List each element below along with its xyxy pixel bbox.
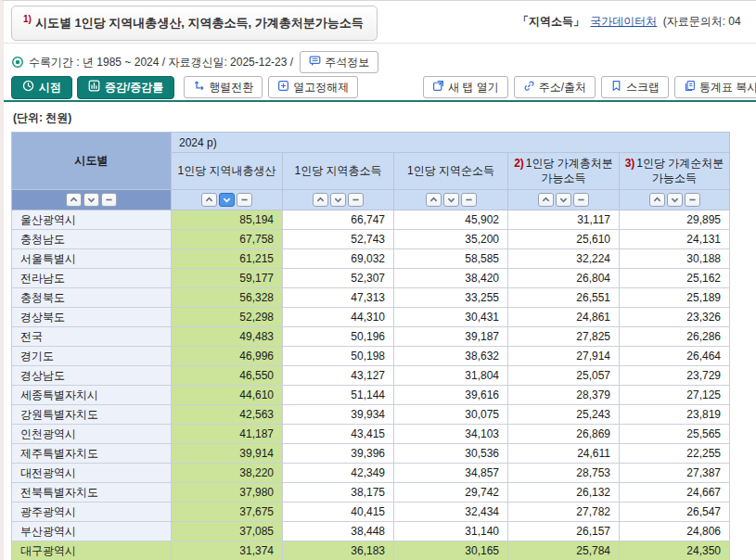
sort-desc-button[interactable] [83, 193, 99, 207]
region-cell: 세종특별자치시 [12, 386, 172, 405]
region-cell: 경상남도 [12, 366, 172, 386]
value-cell: 38,448 [283, 522, 394, 541]
value-cell: 41,187 [172, 425, 283, 444]
value-cell: 29,742 [394, 483, 508, 503]
source-contact: (자료문의처: 04 [663, 15, 741, 28]
copy-icon [684, 80, 696, 95]
column-header-0: 1인당 지역내총생산 [172, 153, 283, 190]
sort-asc-button[interactable] [426, 193, 442, 207]
region-cell: 대전광역시 [12, 464, 172, 483]
value-cell: 35,200 [394, 230, 508, 249]
page-title: 1)시도별 1인당 지역내총생산, 지역총소득, 가계총처분가능소득 [11, 6, 378, 41]
clock-icon [22, 80, 34, 95]
value-cell: 56,328 [172, 288, 283, 308]
sort-clear-button[interactable] [348, 193, 364, 207]
sort-clear-button[interactable] [101, 193, 117, 207]
table-row: 서울특별시61,21569,03258,58532,22430,188 [12, 249, 730, 269]
sort-desc-button[interactable] [556, 193, 571, 207]
copy-table-button[interactable]: 통계표 복사/공 [674, 76, 756, 98]
value-cell: 45,902 [394, 210, 508, 230]
value-cell: 25,565 [620, 425, 730, 444]
value-cell: 23,729 [620, 366, 730, 386]
sort-asc-button[interactable] [66, 193, 82, 207]
sort-cell [12, 190, 172, 210]
sort-desc-button[interactable] [667, 193, 683, 207]
new-tab-button[interactable]: 새 탭 열기 [423, 76, 508, 98]
value-cell: 31,374 [172, 541, 283, 560]
table-row: 전국49,48350,19639,18727,82526,286 [12, 327, 730, 347]
value-cell: 32,434 [394, 503, 508, 522]
table-row: 대구광역시31,37436,18330,16525,78424,350 [12, 541, 730, 560]
region-cell: 제주특별자치도 [12, 444, 172, 464]
value-cell: 26,464 [620, 347, 730, 366]
sort-asc-button[interactable] [649, 193, 665, 207]
info-bar: 수록기간 : 년 1985 ~ 2024 / 자료갱신일: 2025-12-23… [11, 50, 378, 74]
region-cell: 충청남도 [12, 230, 172, 249]
table-row: 인천광역시41,18743,41534,10326,86925,565 [12, 425, 730, 444]
unfreeze-columns-button[interactable]: 열고정해제 [268, 76, 358, 98]
value-cell: 26,869 [508, 425, 620, 444]
value-cell: 37,980 [172, 483, 283, 503]
sort-asc-button[interactable] [201, 193, 217, 207]
value-cell: 38,632 [394, 347, 508, 366]
value-cell: 28,753 [508, 464, 620, 483]
value-cell: 43,415 [283, 425, 394, 444]
sort-asc-button[interactable] [313, 193, 328, 207]
toolbar-right: 새 탭 열기 주소/출처 스크랩 통계표 복사/공 [423, 75, 756, 99]
delta-rate-button[interactable]: 증감/증감률 [77, 76, 174, 99]
value-cell: 31,804 [394, 366, 508, 386]
value-cell: 37,675 [172, 503, 283, 522]
value-cell: 44,610 [172, 386, 283, 405]
table-row: 전북특별자치도37,98038,17529,74226,13224,667 [12, 483, 730, 503]
table-row: 전라남도59,17752,30738,42026,80425,162 [12, 269, 730, 288]
value-cell: 27,387 [620, 464, 730, 483]
value-cell: 30,431 [394, 308, 508, 327]
sort-desc-button[interactable] [330, 193, 346, 207]
table-row: 대전광역시38,22042,34934,85728,75327,387 [12, 464, 730, 483]
value-cell: 26,551 [508, 288, 620, 308]
annotation-info-button[interactable]: 주석정보 [300, 51, 378, 73]
value-cell: 42,349 [283, 464, 394, 483]
value-cell: 39,616 [394, 386, 508, 405]
value-cell: 26,132 [508, 483, 620, 503]
address-source-button[interactable]: 주소/출처 [514, 76, 596, 98]
region-cell: 충청북도 [12, 288, 172, 308]
value-cell: 67,758 [172, 230, 283, 249]
time-point-button[interactable]: 시점 [11, 76, 72, 99]
value-cell: 24,350 [620, 541, 730, 560]
title-note-marker: 1) [23, 14, 32, 24]
sort-desc-button[interactable] [219, 193, 235, 207]
period-text: 수록기간 : 년 1985 ~ 2024 / 자료갱신일: 2025-12-23… [29, 55, 293, 70]
sort-clear-button[interactable] [237, 193, 252, 207]
value-cell: 28,379 [508, 386, 620, 405]
value-cell: 27,782 [508, 503, 620, 522]
region-cell: 경상북도 [12, 308, 172, 327]
bar-chart-icon [88, 80, 100, 95]
region-cell: 인천광역시 [12, 425, 172, 444]
column-note-marker: 2) [514, 157, 524, 170]
table-row: 세종특별자치시44,61051,14439,61628,37927,125 [12, 386, 730, 405]
table-row: 광주광역시37,67540,41532,43427,78226,547 [12, 503, 730, 522]
sort-asc-button[interactable] [538, 193, 554, 207]
data-source-link[interactable]: 국가데이터처 [590, 15, 657, 28]
bookmark-icon [610, 80, 622, 95]
transpose-button[interactable]: 행렬전환 [184, 76, 263, 98]
column-header-1: 1인당 지역총소득 [283, 153, 394, 190]
sort-cell [172, 190, 283, 210]
value-cell: 32,224 [508, 249, 620, 269]
new-tab-icon [432, 80, 444, 95]
region-cell: 전라남도 [12, 269, 172, 288]
sort-clear-button[interactable] [461, 193, 477, 207]
column-header-3: 2)1인당 가계총처분가능소득 [508, 153, 620, 190]
value-cell: 26,286 [620, 327, 730, 347]
sort-desc-button[interactable] [443, 193, 459, 207]
value-cell: 38,420 [394, 269, 508, 288]
region-cell: 대구광역시 [12, 541, 172, 560]
value-cell: 24,611 [508, 444, 620, 464]
sort-clear-button[interactable] [685, 193, 700, 207]
page-title-text: 시도별 1인당 지역내총생산, 지역총소득, 가계총처분가능소득 [35, 16, 364, 30]
scrap-button[interactable]: 스크랩 [601, 76, 669, 98]
value-cell: 30,188 [620, 249, 730, 269]
table-row: 제주특별자치도39,91439,39630,53624,61122,255 [12, 444, 730, 464]
sort-clear-button[interactable] [573, 193, 589, 207]
